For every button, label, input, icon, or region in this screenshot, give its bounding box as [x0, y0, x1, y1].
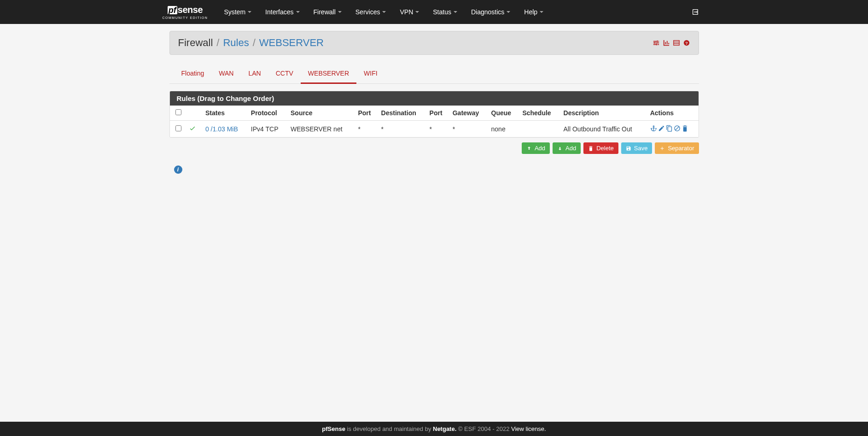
- caret-icon: [507, 11, 510, 13]
- cell-sport: *: [354, 121, 377, 137]
- page-header: Firewall / Rules / WEBSERVER ?: [169, 31, 699, 55]
- tab-floating[interactable]: Floating: [174, 64, 212, 84]
- tab-wan[interactable]: WAN: [211, 64, 241, 84]
- footer-text1: is developed and maintained by: [345, 425, 433, 432]
- logo[interactable]: pfsense COMMUNITY EDITION: [163, 5, 208, 19]
- svg-rect-3: [673, 41, 679, 46]
- col-states: States: [202, 106, 247, 121]
- separator-button[interactable]: Separator: [655, 142, 699, 154]
- cell-dest: *: [378, 121, 426, 137]
- anchor-icon[interactable]: [650, 125, 657, 133]
- nav-system[interactable]: System: [217, 1, 258, 23]
- nav-firewall[interactable]: Firewall: [307, 1, 349, 23]
- svg-rect-1: [654, 42, 655, 44]
- caret-icon: [382, 11, 386, 13]
- footer-netgate[interactable]: Netgate.: [433, 425, 456, 432]
- tab-cctv[interactable]: CCTV: [268, 64, 301, 84]
- copy-icon[interactable]: [666, 125, 673, 133]
- arrow-down-icon: [557, 146, 563, 151]
- header-actions: ?: [652, 40, 690, 46]
- tab-webserver[interactable]: WEBSERVER: [301, 64, 356, 84]
- help-icon[interactable]: ?: [683, 40, 690, 46]
- breadcrumb: Firewall / Rules / WEBSERVER: [178, 37, 324, 49]
- nav-help[interactable]: Help: [517, 1, 550, 23]
- chart-icon[interactable]: [663, 40, 670, 46]
- cell-gateway: *: [449, 121, 488, 137]
- svg-rect-0: [657, 41, 658, 42]
- panel-title: Rules (Drag to Change Order): [170, 91, 699, 106]
- breadcrumb-rules[interactable]: Rules: [223, 37, 249, 49]
- col-description: Description: [560, 106, 647, 121]
- caret-icon: [296, 11, 300, 13]
- save-button[interactable]: Save: [621, 142, 652, 154]
- row-checkbox[interactable]: [175, 125, 181, 131]
- breadcrumb-sep: /: [216, 37, 219, 49]
- nav-services[interactable]: Services: [349, 1, 393, 23]
- cell-description: All Outbound Traffic Out: [560, 121, 647, 137]
- nav-menu: System Interfaces Firewall Services VPN …: [217, 1, 550, 23]
- pass-icon: [189, 126, 196, 133]
- save-icon: [626, 146, 631, 151]
- row-actions: [650, 125, 695, 133]
- caret-icon: [415, 11, 419, 13]
- caret-icon: [338, 11, 342, 13]
- logo-subtitle: COMMUNITY EDITION: [163, 16, 208, 19]
- table-row[interactable]: 0 /1.03 MiB IPv4 TCP WEBSERVER net * * *…: [170, 121, 699, 137]
- svg-rect-2: [656, 44, 657, 46]
- col-sport: Port: [354, 106, 377, 121]
- states-link[interactable]: 0 /1.03 MiB: [205, 125, 238, 133]
- breadcrumb-root: Firewall: [178, 37, 213, 49]
- action-bar: Add Add Delete Save Separator: [169, 142, 699, 154]
- delete-button[interactable]: Delete: [583, 142, 618, 154]
- cell-queue: none: [488, 121, 519, 137]
- col-gateway: Gateway: [449, 106, 488, 121]
- logout-icon: [692, 8, 699, 16]
- rules-panel: Rules (Drag to Change Order) States Prot…: [169, 91, 699, 138]
- col-schedule: Schedule: [518, 106, 559, 121]
- svg-text:?: ?: [685, 41, 688, 46]
- footer: pfSense is developed and maintained by N…: [0, 422, 868, 436]
- info-icon[interactable]: i: [174, 165, 182, 174]
- logo-prefix: pf: [168, 6, 177, 14]
- caret-icon: [248, 11, 251, 13]
- select-all-checkbox[interactable]: [175, 109, 181, 115]
- trash-icon: [588, 146, 594, 151]
- edit-icon[interactable]: [658, 125, 665, 133]
- col-dport: Port: [426, 106, 449, 121]
- tab-lan[interactable]: LAN: [241, 64, 268, 84]
- rules-table: States Protocol Source Port Destination …: [170, 106, 699, 137]
- breadcrumb-sep: /: [253, 37, 256, 49]
- logout-button[interactable]: [685, 1, 706, 23]
- col-source: Source: [287, 106, 354, 121]
- info-row: i: [169, 165, 699, 174]
- cell-protocol: IPv4 TCP: [247, 121, 287, 137]
- col-protocol: Protocol: [247, 106, 287, 121]
- log-icon[interactable]: [673, 40, 680, 46]
- cell-dport: *: [426, 121, 449, 137]
- footer-text2: © ESF 2004 - 2022: [456, 425, 511, 432]
- arrow-up-icon: [526, 146, 532, 151]
- logo-suffix: sense: [178, 5, 203, 15]
- footer-license-link[interactable]: View license.: [511, 425, 546, 432]
- footer-brand: pfSense: [322, 425, 345, 432]
- cell-source: WEBSERVER net: [287, 121, 354, 137]
- col-queue: Queue: [488, 106, 519, 121]
- caret-icon: [454, 11, 457, 13]
- interface-tabs: Floating WAN LAN CCTV WEBSERVER WIFI: [169, 64, 699, 84]
- top-navbar: pfsense COMMUNITY EDITION System Interfa…: [0, 0, 868, 24]
- add-top-button[interactable]: Add: [522, 142, 550, 154]
- cell-schedule: [518, 121, 559, 137]
- col-actions: Actions: [647, 106, 699, 121]
- col-dest: Destination: [378, 106, 426, 121]
- nav-diagnostics[interactable]: Diagnostics: [464, 1, 517, 23]
- nav-interfaces[interactable]: Interfaces: [258, 1, 306, 23]
- delete-icon[interactable]: [682, 125, 688, 133]
- caret-icon: [540, 11, 543, 13]
- disable-icon[interactable]: [674, 125, 681, 133]
- breadcrumb-current[interactable]: WEBSERVER: [259, 37, 324, 49]
- tab-wifi[interactable]: WIFI: [356, 64, 385, 84]
- add-bottom-button[interactable]: Add: [553, 142, 581, 154]
- nav-vpn[interactable]: VPN: [393, 1, 426, 23]
- nav-status[interactable]: Status: [426, 1, 464, 23]
- settings-icon[interactable]: [652, 40, 660, 46]
